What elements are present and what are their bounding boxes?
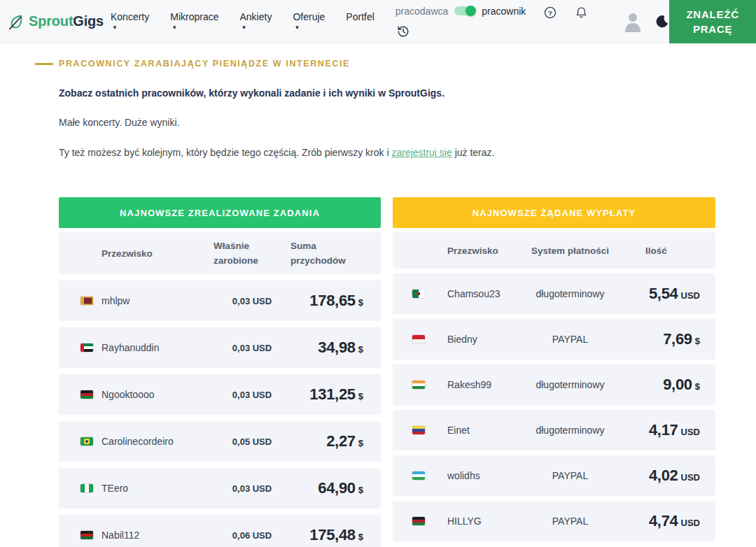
country-flag-icon	[80, 297, 93, 305]
payout-row: Einet długoterminowy 4,17USD	[393, 410, 715, 450]
role-label-employer: pracodawca	[396, 6, 449, 17]
just-earned-value: 0,03 USD	[214, 296, 290, 306]
eyebrow-dash	[35, 63, 53, 65]
payout-amount-value: 4,02USD	[612, 467, 700, 485]
just-earned-value: 0,05 USD	[214, 436, 290, 447]
col-nickname: Przezwisko	[447, 243, 528, 258]
just-earned-value: 0,03 USD	[214, 343, 290, 353]
bell-icon[interactable]	[575, 6, 587, 19]
task-row: Carolinecordeiro 0,05 USD 2,27$	[59, 421, 381, 462]
eyebrow-text: PRACOWNICY ZARABIAJĄCY PIENIĄDZE W INTER…	[59, 59, 350, 69]
register-link[interactable]: zarejestruj się	[391, 147, 451, 158]
total-revenue-value: 131,25$	[290, 385, 363, 404]
requested-payouts-table: NAJNOWSZE ŻĄDANE WYPŁATY Przezwisko Syst…	[393, 197, 715, 547]
worker-nickname: Carolinecordeiro	[102, 436, 214, 447]
tasks-table-rows: mhlpw 0,03 USD 178,65$ Rayhanuddin 0,03 …	[59, 280, 381, 547]
col-nickname: Przezwisko	[102, 246, 214, 261]
worker-nickname: wolidhs	[447, 470, 528, 481]
sproutgigs-leaf-icon	[7, 9, 25, 34]
payout-amount-value: 7,69$	[612, 330, 700, 348]
top-navbar: SproutGigs Koncerty ▼ Mikroprace ▼ Ankie…	[0, 0, 756, 43]
section-eyebrow: PRACOWNICY ZARABIAJĄCY PIENIĄDZE W INTER…	[35, 59, 756, 69]
chevron-down-icon: ▼	[294, 24, 300, 31]
country-flag-icon	[80, 484, 93, 492]
payment-system-value: PAYPAL	[528, 516, 612, 527]
country-flag-icon	[80, 437, 93, 446]
payout-amount-value: 9,00$	[612, 376, 700, 394]
payout-row: wolidhs PAYPAL 4,02USD	[393, 455, 715, 496]
payout-amount-value: 4,74USD	[612, 512, 700, 530]
nav-item[interactable]: Koncerty ▼	[111, 11, 149, 32]
payment-system-value: PAYPAL	[528, 470, 612, 481]
nav-item[interactable]: Oferuje ▼	[293, 11, 325, 32]
just-earned-value: 0,06 USD	[214, 530, 290, 541]
task-row: Nabil112 0,06 USD 175,48$	[59, 515, 381, 547]
worker-nickname: TEero	[102, 483, 214, 494]
chevron-down-icon: ▼	[172, 24, 177, 31]
history-icon[interactable]	[397, 25, 410, 38]
total-revenue-value: 34,98$	[290, 339, 363, 357]
col-total-revenue: Suma przychodów	[290, 239, 363, 268]
stats-tables: NAJNOWSZE ZREALIZOWANE ZADANIA Przezwisk…	[59, 197, 756, 547]
svg-text:?: ?	[548, 9, 552, 17]
nav-item[interactable]: Mikroprace ▼	[170, 11, 218, 32]
role-toggle-switch[interactable]	[454, 6, 475, 15]
payout-row: Chamsou23 długoterminowy 5,54USD	[393, 274, 715, 314]
payouts-table-title: NAJNOWSZE ŻĄDANE WYPŁATY	[393, 197, 715, 228]
nav-item[interactable]: Ankiety ▼	[240, 11, 272, 32]
country-flag-icon	[412, 517, 425, 525]
payouts-table-header: Przezwisko System płatności Ilość	[393, 232, 715, 269]
logo[interactable]: SproutGigs	[7, 9, 104, 34]
country-flag-icon	[412, 381, 425, 389]
payout-row: HILLYG PAYPAL 4,74USD	[393, 501, 715, 541]
avatar[interactable]	[624, 11, 642, 32]
worker-nickname: Biedny	[447, 334, 528, 345]
col-amount: Ilość	[612, 243, 700, 258]
task-row: Rayhanuddin 0,03 USD 34,98$	[59, 327, 381, 368]
completed-tasks-table: NAJNOWSZE ZREALIZOWANE ZADANIA Przezwisk…	[59, 197, 381, 547]
toggle-knob	[465, 6, 476, 16]
role-label-worker: pracownik	[482, 6, 526, 17]
country-flag-icon	[80, 390, 93, 399]
tasks-table-header: Przezwisko Właśnie zarobione Suma przych…	[59, 232, 381, 274]
task-row: mhlpw 0,03 USD 178,65$	[59, 280, 381, 321]
country-flag-icon	[80, 531, 93, 539]
main-nav: Koncerty ▼ Mikroprace ▼ Ankiety ▼ Oferuj…	[111, 11, 374, 32]
payout-amount-value: 5,54USD	[612, 285, 700, 303]
payout-amount-value: 4,17USD	[612, 421, 700, 439]
chevron-down-icon: ▼	[241, 24, 247, 31]
worker-nickname: mhlpw	[102, 295, 214, 306]
country-flag-icon	[412, 471, 425, 480]
country-flag-icon	[412, 290, 425, 298]
total-revenue-value: 2,27$	[290, 432, 363, 450]
worker-nickname: Ngooktoooo	[102, 389, 214, 400]
intro-lead: Zobacz ostatnich pracowników, którzy wyk…	[59, 87, 756, 99]
country-flag-icon	[412, 335, 425, 343]
nav-item[interactable]: Portfel ▼	[346, 11, 374, 32]
task-row: TEero 0,03 USD 64,90$	[59, 468, 381, 509]
total-revenue-value: 175,48$	[290, 526, 363, 544]
payment-system-value: długoterminowy	[528, 288, 612, 299]
just-earned-value: 0,03 USD	[214, 390, 290, 400]
intro-line3: Ty też możesz być kolejnym, który będzie…	[59, 147, 756, 158]
country-flag-icon	[80, 343, 93, 352]
worker-nickname: Rakesh99	[447, 379, 528, 390]
country-flag-icon	[412, 426, 425, 434]
payment-system-value: długoterminowy	[528, 379, 612, 390]
payout-row: Biedny PAYPAL 7,69$	[393, 319, 715, 360]
worker-nickname: Rayhanuddin	[102, 342, 214, 353]
moon-icon[interactable]	[656, 15, 669, 28]
find-job-button[interactable]: ZNALEŹĆ PRACĘ	[669, 0, 756, 43]
intro-line2: Małe koncerty. Duże wyniki.	[59, 117, 756, 128]
task-row: Ngooktoooo 0,03 USD 131,25$	[59, 374, 381, 415]
help-icon[interactable]: ?	[544, 6, 556, 19]
worker-nickname: Nabil112	[102, 530, 214, 541]
payment-system-value: PAYPAL	[528, 334, 612, 345]
col-payment-system: System płatności	[528, 243, 612, 258]
col-just-earned: Właśnie zarobione	[214, 239, 290, 268]
total-revenue-value: 178,65$	[290, 292, 363, 310]
just-earned-value: 0,03 USD	[214, 483, 290, 494]
role-toggle-block: pracodawca pracownik	[396, 6, 526, 38]
total-revenue-value: 64,90$	[290, 479, 363, 497]
chevron-down-icon: ▼	[112, 24, 118, 31]
